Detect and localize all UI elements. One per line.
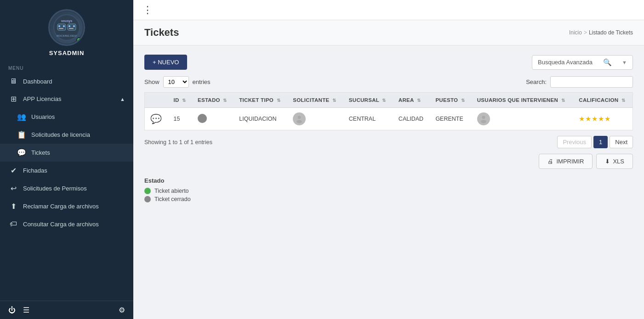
svg-point-12 [296,120,302,123]
svg-point-8 [73,25,75,27]
app-licencias-icon: ⊞ [8,95,18,103]
advanced-search-toggle[interactable]: Busqueda Avanzada 🔍 ▼ [532,55,633,70]
sidebar-item-label: Tickets [31,149,50,156]
sidebar-item-label: Reclamar Carga de archivos [23,203,99,210]
sort-icon-area: ⇅ [417,98,421,103]
printer-icon: 🖨 [547,158,553,165]
sidebar-item-consultar-carga[interactable]: 🏷 Consultar Carga de archivos [0,215,133,233]
svg-point-11 [298,116,301,119]
show-entries-left: Show 10 25 50 100 entries [144,76,211,88]
sidebar-item-label: Usuarios [31,113,55,120]
sidebar-item-label: APP Licencias [23,95,62,102]
pagination-previous[interactable]: Previous [557,136,592,148]
advanced-search-label: Busqueda Avanzada [538,59,593,66]
table-footer: Showing 1 to 1 of 1 entries Previous 1 N… [144,136,633,148]
sidebar-logo-area: vousys ROCKING DEV! SYSADMIN [0,0,133,61]
sidebar-item-dashboard[interactable]: 🖥 Dashboard [0,73,133,90]
svg-rect-5 [59,28,63,29]
usuarios-icon: 👥 [17,112,27,121]
settings-icon[interactable]: ⚙ [119,306,125,314]
svg-rect-6 [68,24,76,30]
nuevo-button[interactable]: + NUEVO [144,55,187,70]
sidebar-item-tickets[interactable]: 💬 Tickets [0,144,133,162]
sort-icon-id: ⇅ [182,98,186,103]
cell-estado [192,108,234,130]
col-sucursal[interactable]: SUCURSAL ⇅ [343,93,393,108]
breadcrumb-home[interactable]: Inicio [569,29,582,36]
print-button[interactable]: 🖨 IMPRIMIR [539,154,593,169]
pagination-page-1[interactable]: 1 [593,136,608,148]
cell-chat-icon: 💬 [145,108,168,130]
col-id[interactable]: ID ⇅ [168,93,192,108]
legend-area: Estado Ticket abierto Ticket cerrado [144,177,633,202]
page-header: Tickets Inicio > Listado de Tickets [133,20,644,45]
sidebar-item-usuarios[interactable]: 👥 Usuarios [0,108,133,126]
sort-icon-sucursal: ⇅ [382,98,386,103]
pagination-next[interactable]: Next [610,136,633,148]
tickets-table: ID ⇅ ESTADO ⇅ TICKET TIPO ⇅ SOLICITANT [144,92,633,130]
menu-icon[interactable]: ☰ [23,306,29,314]
cell-calificacion: ★★★★★ [573,108,633,130]
cell-solicitante [287,108,343,130]
legend-dot-closed [144,196,151,202]
breadcrumb-current: Listado de Tickets [589,29,633,36]
sidebar-item-solicitudes-licencia[interactable]: 📋 Solicitudes de licencia [0,126,133,144]
col-area[interactable]: AREA ⇅ [393,93,430,108]
col-estado[interactable]: ESTADO ⇅ [192,93,234,108]
col-calificacion[interactable]: CALIFICACION ⇅ [573,93,633,108]
status-closed-dot [198,114,207,123]
sidebar-item-label: Dashboard [23,78,52,85]
sidebar-item-fichadas[interactable]: ✔ Fichadas [0,162,133,179]
sidebar-item-app-licencias[interactable]: ⊞ APP Licencias ▲ [0,90,133,108]
sort-icon-solicitante: ⇅ [332,98,336,103]
sidebar-item-solicitudes-permisos[interactable]: ↩ Solicitudes de Permisos [0,179,133,197]
col-ticket-tipo[interactable]: TICKET TIPO ⇅ [234,93,287,108]
legend-label-open: Ticket abierto [154,188,189,194]
cell-puesto: GERENTE [430,108,471,130]
sidebar: vousys ROCKING DEV! SYSADMIN MENU 🖥 D [0,0,133,319]
fichadas-icon: ✔ [8,166,18,175]
legend-dot-open [144,188,151,194]
col-puesto[interactable]: PUESTO ⇅ [430,93,471,108]
show-label: Show [144,78,160,85]
showing-text: Showing 1 to 1 of 1 entries [144,139,212,146]
cell-ticket-tipo: LIQUIDACION [234,108,287,130]
sidebar-item-label: Solicitudes de licencia [31,131,90,138]
entries-label: entries [193,78,211,85]
breadcrumb: Inicio > Listado de Tickets [569,29,633,36]
col-usuarios-intervienen[interactable]: USUARIOS QUE INTERVIENEN ⇅ [472,93,574,108]
svg-text:ROCKING DEV!: ROCKING DEV! [57,34,77,37]
entries-select[interactable]: 10 25 50 100 [163,76,189,88]
col-icon [145,93,168,108]
sidebar-item-reclamar-carga[interactable]: ⬆ Reclamar Carga de archivos [0,197,133,215]
content-area: Tickets Inicio > Listado de Tickets + NU… [133,20,644,319]
legend-item-closed: Ticket cerrado [144,196,633,202]
pagination: Previous 1 Next [557,136,633,148]
col-solicitante[interactable]: SOLICITANTE ⇅ [287,93,343,108]
legend-title: Estado [144,177,633,184]
sort-icon-calificacion: ⇅ [621,98,625,103]
solicitudes-licencia-icon: 📋 [17,130,27,139]
search-input[interactable] [550,76,633,88]
sort-icon-estado: ⇅ [223,98,227,103]
sidebar-item-label: Consultar Carga de archivos [23,221,99,228]
breadcrumb-separator: > [584,29,587,36]
stars-rating: ★★★★★ [579,115,611,123]
xls-button[interactable]: ⬇ XLS [596,154,633,169]
page-title: Tickets [144,27,179,39]
sidebar-username: SYSADMIN [49,50,85,56]
svg-text:vousys: vousys [61,19,72,23]
table-row[interactable]: 💬 15 LIQUIDACION [145,108,633,130]
cell-area: CALIDAD [393,108,430,130]
table-header-row: ID ⇅ ESTADO ⇅ TICKET TIPO ⇅ SOLICITANT [145,93,633,108]
search-icon: 🔍 [603,58,612,67]
cell-usuarios-intervienen [472,108,574,130]
chat-bubble-icon: 💬 [150,114,162,124]
avatar: vousys ROCKING DEV! [48,9,85,46]
topbar-menu-dots[interactable]: ⋮ [142,4,153,16]
power-icon[interactable]: ⏻ [8,306,16,314]
intervienen-avatar [477,112,490,125]
logo-svg: vousys ROCKING DEV! [53,14,80,41]
page-body: + NUEVO Busqueda Avanzada 🔍 ▼ Show 10 25… [133,45,644,213]
consultar-carga-icon: 🏷 [8,220,18,228]
